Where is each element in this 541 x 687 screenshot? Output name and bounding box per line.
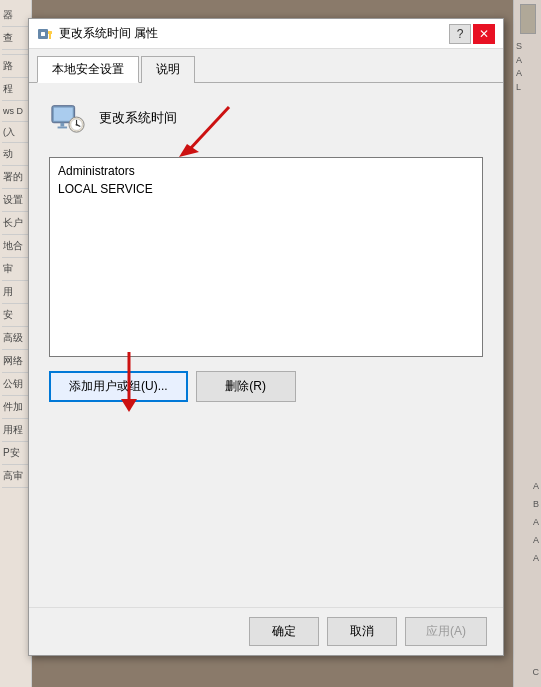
tabs-container: 本地安全设置 说明 [29,49,503,83]
title-bar-left: 更改系统时间 属性 [37,25,158,42]
sidebar-item: 件加 [2,396,29,419]
action-buttons: 添加用户或组(U)... 删除(R) [49,371,483,402]
sidebar-item: 用 [2,281,29,304]
svg-rect-2 [48,31,52,34]
remove-button[interactable]: 删除(R) [196,371,296,402]
scrollbar-thumb[interactable] [520,4,536,34]
title-controls: ? ✕ [449,24,495,44]
sidebar-item: 查 [2,27,29,50]
tab-local-security[interactable]: 本地安全设置 [37,56,139,83]
sidebar-item: 动 [2,143,29,166]
background-right-panel: S A A L A B A A A C [513,0,541,687]
sidebar-item: 安 [2,304,29,327]
sidebar-item: 高审 [2,465,29,488]
dialog-icon [37,26,53,42]
svg-point-12 [76,124,78,126]
sidebar-item: 程 [2,78,29,101]
sidebar-item: 网络 [2,350,29,373]
right-panel-text: S A A L [514,38,541,96]
apply-button[interactable]: 应用(A) [405,617,487,646]
sidebar-item: 设置 [2,189,29,212]
sidebar-item: 长户 [2,212,29,235]
svg-rect-6 [60,123,64,127]
users-listbox[interactable]: Administrators LOCAL SERVICE [49,157,483,357]
policy-icon-large [49,99,87,137]
sidebar-item: 公钥 [2,373,29,396]
dialog-window: 更改系统时间 属性 ? ✕ 本地安全设置 说明 [28,18,504,656]
policy-title: 更改系统时间 [99,109,177,127]
dialog-title: 更改系统时间 属性 [59,25,158,42]
sidebar-item: 用程 [2,419,29,442]
cancel-button[interactable]: 取消 [327,617,397,646]
sidebar-item: ws D [2,101,29,122]
help-button[interactable]: ? [449,24,471,44]
close-button[interactable]: ✕ [473,24,495,44]
title-bar: 更改系统时间 属性 ? ✕ [29,19,503,49]
add-user-button[interactable]: 添加用户或组(U)... [49,371,188,402]
sidebar-item: 署的 [2,166,29,189]
sidebar-item: 审 [2,258,29,281]
listbox-item-administrators: Administrators [54,162,478,180]
sidebar-item: 地合 [2,235,29,258]
listbox-item-local-service: LOCAL SERVICE [54,180,478,198]
sidebar-item: 路 [2,55,29,78]
right-panel-bottom-text: A B A A A [533,477,539,567]
sidebar-item: P安 [2,442,29,465]
ok-button[interactable]: 确定 [249,617,319,646]
sidebar-item: 器 [2,4,29,27]
right-panel-bottom-letter: C [533,667,540,677]
dialog-body: 更改系统时间 Administrators LOCAL SERVICE [29,83,503,418]
tab-description[interactable]: 说明 [141,56,195,83]
policy-header: 更改系统时间 [49,99,483,137]
sidebar-item: (入 [2,122,29,143]
svg-marker-14 [179,144,199,157]
sidebar-item: 高级 [2,327,29,350]
svg-rect-1 [41,32,45,36]
svg-rect-3 [49,34,51,39]
svg-rect-5 [54,108,73,121]
dialog-footer: 确定 取消 应用(A) [29,607,503,655]
svg-rect-7 [58,127,67,129]
